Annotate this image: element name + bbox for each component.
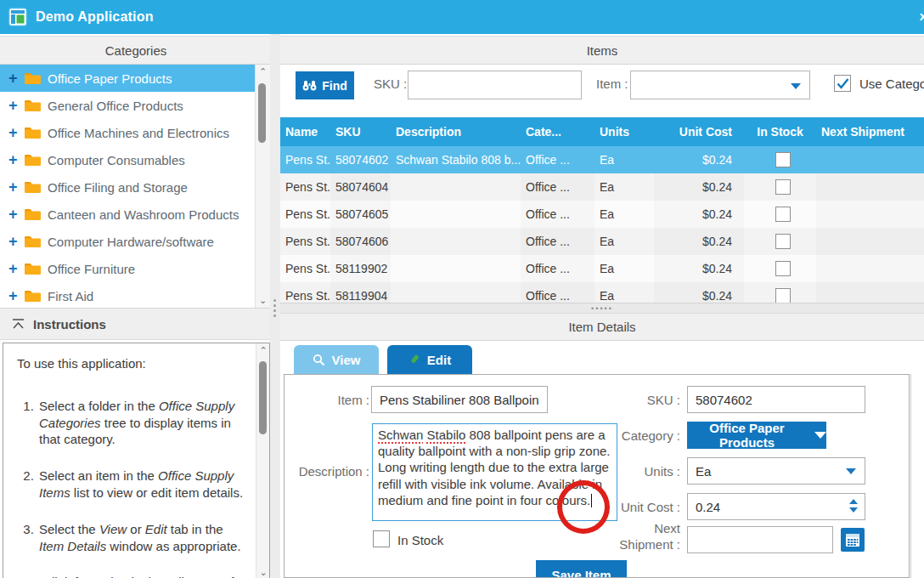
sku-filter-input[interactable] (408, 71, 582, 99)
close-button[interactable]: x (920, 8, 924, 23)
cell-next-shipment (816, 282, 924, 304)
in-stock-checkbox[interactable] (775, 179, 791, 195)
sku-field[interactable] (687, 386, 865, 413)
units-select[interactable]: Ea (687, 457, 865, 484)
in-stock-checkbox[interactable] (775, 152, 791, 167)
grid-row[interactable]: Pens St...58074605Office ...Ea$0.24 (280, 201, 924, 228)
unit-cost-field-label: Unit Cost : (599, 500, 680, 514)
cell-unit_cost: $0.24 (654, 201, 744, 228)
column-header[interactable]: In Stock (744, 117, 816, 146)
titlebar: Demo Application x (0, 0, 924, 34)
instructions-scrollbar[interactable]: ⌃ ⌄ (256, 343, 270, 578)
scroll-down-icon[interactable]: ⌄ (256, 293, 270, 308)
cell-description (391, 282, 521, 304)
tab-edit[interactable]: Edit (387, 345, 472, 374)
save-item-button[interactable]: Save Item (536, 560, 627, 578)
item-field[interactable] (371, 386, 548, 413)
find-button[interactable]: Find (296, 71, 354, 99)
description-field-label: Description : (288, 464, 369, 479)
category-item[interactable]: +Office Paper Products (0, 65, 255, 92)
arrow-down-icon[interactable] (849, 507, 858, 513)
in-stock-checkbox[interactable] (775, 288, 791, 303)
vertical-splitter[interactable] (270, 34, 280, 578)
sku-filter-label: SKU : (374, 76, 407, 91)
category-item[interactable]: +Canteen and Washroom Products (0, 201, 255, 228)
column-header[interactable]: Next Shipment (816, 117, 924, 146)
item-details-title: Item Details (568, 320, 635, 334)
column-header[interactable]: Description (391, 117, 521, 146)
expand-icon[interactable]: + (8, 289, 22, 303)
category-dropdown-button[interactable]: Office Paper Products (687, 422, 826, 449)
splitter-handle[interactable]: ••••• (591, 307, 613, 310)
expand-icon[interactable]: + (8, 99, 22, 112)
in-stock-checkbox[interactable] (373, 530, 390, 547)
cell-category: Office ... (521, 282, 594, 304)
in-stock-checkbox[interactable] (775, 234, 791, 249)
category-item[interactable]: +Computer Consumables (0, 146, 255, 173)
cell-category: Office ... (521, 173, 594, 201)
column-header[interactable]: Units (594, 117, 654, 146)
tab-view-label: View (332, 353, 361, 367)
cell-sku: 58074606 (330, 228, 391, 255)
category-item[interactable]: +First Aid (0, 282, 255, 308)
horizontal-splitter[interactable]: ••••• (280, 303, 924, 313)
column-header[interactable]: Cate... (521, 117, 594, 146)
scroll-thumb[interactable] (258, 83, 266, 143)
description-field[interactable]: Schwan Stabilo 808 ballpoint pens are a … (372, 423, 617, 521)
scroll-down-icon[interactable]: ⌄ (256, 565, 270, 578)
expand-icon[interactable]: + (8, 71, 22, 85)
grid-row[interactable]: Pens St...58074604Office ...Ea$0.24 (280, 173, 924, 201)
use-category-label: Use Category (859, 76, 924, 91)
category-item[interactable]: +Office Furniture (0, 255, 255, 282)
in-stock-checkbox[interactable] (775, 207, 791, 222)
unit-cost-stepper[interactable]: 0.24 (687, 493, 865, 520)
stepper-arrows[interactable] (849, 499, 858, 513)
calendar-icon (845, 532, 860, 547)
grid-row[interactable]: Pens St...58119902Office ...Ea$0.24 (280, 255, 924, 282)
scroll-thumb[interactable] (259, 361, 267, 434)
grid-header: NameSKUDescriptionCate...UnitsUnit CostI… (280, 117, 924, 146)
scroll-up-icon[interactable]: ⌃ (256, 65, 270, 79)
category-item[interactable]: +General Office Products (0, 92, 255, 119)
category-item[interactable]: +Office Filing and Storage (0, 173, 255, 201)
cell-next-shipment (816, 146, 924, 173)
arrow-up-icon[interactable] (849, 499, 858, 504)
folder-icon (24, 99, 42, 112)
unit-cost-value: 0.24 (696, 500, 720, 514)
expand-icon[interactable]: + (8, 207, 22, 221)
grid-row[interactable]: Pens St...58074602Schwan Stabilo 808 b..… (280, 146, 924, 173)
scroll-up-icon[interactable]: ⌃ (256, 343, 270, 358)
next-shipment-field[interactable] (687, 526, 833, 553)
cell-name: Pens St... (280, 282, 330, 304)
category-label: Computer Consumables (48, 153, 185, 167)
cell-units: Ea (594, 201, 654, 228)
collapse-icon[interactable] (12, 319, 25, 330)
column-header[interactable]: SKU (330, 117, 391, 146)
item-filter-select[interactable] (630, 71, 810, 99)
instructions-intro: To use this application: (17, 355, 248, 372)
cell-units: Ea (594, 255, 654, 282)
instructions-header[interactable]: Instructions (0, 308, 272, 340)
tab-view[interactable]: View (294, 345, 379, 374)
expand-icon[interactable]: + (8, 235, 22, 248)
in-stock-checkbox[interactable] (775, 261, 791, 276)
category-item[interactable]: +Computer Hardware/software (0, 228, 255, 255)
cell-name: Pens St... (280, 173, 330, 201)
category-item[interactable]: +Office Machines and Electronics (0, 119, 255, 146)
column-header[interactable]: Unit Cost (654, 117, 744, 146)
calendar-button[interactable] (841, 528, 865, 552)
column-header[interactable]: Name (280, 117, 330, 146)
grid-row[interactable]: Pens St...58074606Office ...Ea$0.24 (280, 228, 924, 255)
chevron-down-icon (791, 83, 801, 89)
expand-icon[interactable]: + (8, 153, 22, 167)
chevron-down-icon (814, 432, 826, 439)
form-scroll-strip (910, 374, 924, 578)
use-category-checkbox[interactable] (834, 75, 851, 92)
expand-icon[interactable]: + (8, 126, 22, 139)
expand-icon[interactable]: + (8, 180, 22, 194)
folder-icon (24, 71, 42, 85)
edit-form: Item : SKU : Description : Schwan Stabil… (284, 374, 910, 578)
expand-icon[interactable]: + (8, 262, 22, 275)
tree-scrollbar[interactable]: ⌃ ⌄ (255, 65, 270, 308)
grid-row[interactable]: Pens St...58119904Office ...Ea$0.24 (280, 282, 924, 304)
